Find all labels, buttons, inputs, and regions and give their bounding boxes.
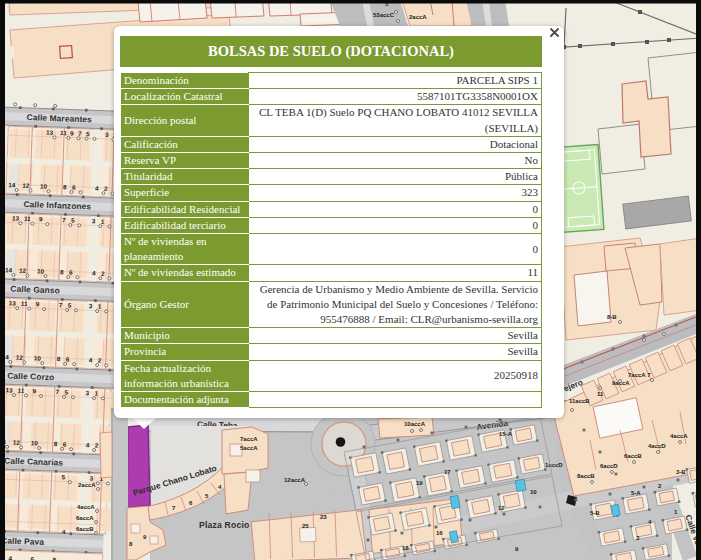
svg-text:13: 13 (9, 299, 17, 306)
svg-text:11accB: 11accB (569, 398, 590, 404)
svg-text:16: 16 (436, 530, 443, 536)
svg-text:4accA: 4accA (670, 433, 688, 439)
svg-text:17: 17 (444, 469, 451, 475)
svg-text:11: 11 (60, 129, 67, 136)
svg-text:7accA 7: 7accA 7 (628, 372, 651, 378)
svg-text:11: 11 (24, 215, 31, 222)
svg-text:2accA: 2accA (409, 14, 427, 20)
svg-text:18: 18 (402, 545, 409, 551)
svg-text:12: 12 (19, 267, 27, 274)
svg-text:6accD: 6accD (600, 463, 618, 469)
svg-text:11: 11 (18, 387, 25, 394)
svg-text:13: 13 (46, 129, 54, 136)
svg-text:8: 8 (52, 556, 56, 560)
svg-text:10: 10 (40, 182, 48, 189)
svg-text:4accD: 4accD (648, 443, 666, 449)
svg-text:13: 13 (6, 386, 14, 393)
svg-text:12: 12 (498, 505, 505, 511)
svg-text:53accC: 53accC (373, 12, 395, 18)
svg-text:10: 10 (530, 489, 537, 495)
svg-text:Calle Ganso: Calle Ganso (10, 284, 60, 296)
svg-text:6: 6 (30, 555, 34, 560)
svg-text:14: 14 (8, 181, 16, 188)
svg-text:23: 23 (320, 514, 327, 520)
svg-text:6accB: 6accB (76, 526, 94, 532)
svg-text:6accA: 6accA (76, 515, 94, 521)
svg-text:5-A: 5-A (631, 490, 641, 496)
svg-text:25: 25 (302, 523, 309, 529)
svg-text:Plaza Rocio: Plaza Rocio (199, 520, 249, 530)
svg-text:5accA: 5accA (240, 445, 258, 451)
svg-text:19: 19 (416, 480, 423, 486)
svg-text:1accD: 1accD (545, 462, 563, 468)
svg-text:Calle Corzo: Calle Corzo (7, 371, 55, 383)
svg-text:3-B: 3-B (676, 469, 686, 475)
svg-text:7accA: 7accA (240, 436, 258, 442)
svg-text:11: 11 (21, 300, 28, 307)
svg-text:8accB: 8accB (577, 473, 595, 479)
svg-text:10: 10 (37, 267, 45, 274)
svg-text:10: 10 (31, 439, 39, 446)
svg-text:8-B: 8-B (607, 314, 617, 320)
svg-text:4accA: 4accA (77, 504, 95, 510)
svg-text:12: 12 (16, 354, 24, 361)
svg-text:Calle Pava: Calle Pava (1, 535, 44, 547)
svg-text:12: 12 (22, 182, 30, 189)
svg-text:15-A: 15-A (499, 431, 513, 437)
svg-text:11: 11 (597, 391, 604, 397)
svg-text:12accA: 12accA (284, 477, 306, 483)
svg-text:13: 13 (12, 214, 20, 221)
svg-text:10accA: 10accA (404, 421, 426, 427)
svg-text:12: 12 (13, 439, 21, 446)
svg-text:5-B: 5-B (590, 510, 600, 516)
svg-text:2accA: 2accA (78, 482, 96, 488)
svg-text:14: 14 (5, 266, 13, 273)
svg-text:6accB: 6accB (624, 453, 642, 459)
svg-text:10: 10 (34, 354, 42, 361)
